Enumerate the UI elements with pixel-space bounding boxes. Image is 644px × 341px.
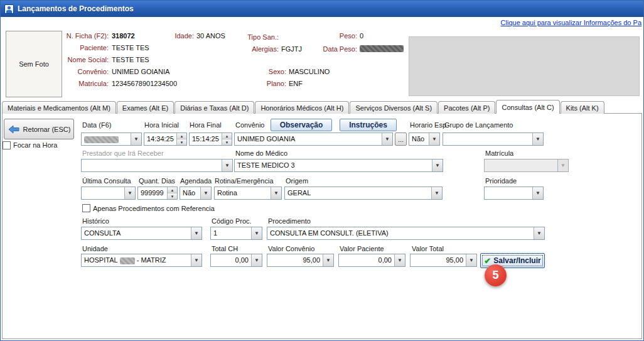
nome-social-value: TESTE TES (112, 56, 149, 63)
tab-servicos-diversos[interactable]: Serviços Diversos (Alt S) (350, 101, 437, 114)
spin-down-icon[interactable]: ▼ (222, 139, 232, 145)
chevron-down-icon: ▼ (557, 160, 568, 171)
observacao-button[interactable]: Observação (271, 119, 332, 131)
historico-value: CONSULTA (82, 227, 191, 239)
data-f6-combobox[interactable]: ▼ (81, 133, 142, 146)
plano-label: Plano: (244, 80, 286, 87)
chevron-down-icon[interactable]: ▼ (532, 133, 543, 145)
chevron-down-icon[interactable]: ▼ (432, 160, 443, 171)
chevron-down-icon[interactable]: ▼ (251, 227, 262, 239)
idade-label: Idade: (151, 32, 194, 40)
peso-label: Peso: (314, 32, 357, 40)
plano-value: ENF (289, 80, 303, 87)
convenio-field-label: Convênio (235, 121, 264, 129)
grupo-lancamento-value (443, 133, 532, 145)
chevron-down-icon[interactable]: ▼ (191, 227, 201, 239)
tab-exames[interactable]: Exames (Alt E) (117, 101, 174, 114)
chevron-down-icon[interactable]: ▼ (429, 133, 439, 145)
chevron-down-icon[interactable]: ▼ (222, 160, 232, 171)
unidade-value: HOSPITAL - MATRIZ (82, 254, 191, 266)
tab-materiais-medicamentos[interactable]: Materiais e Medicamentos (Alt M) (2, 101, 116, 114)
valor-convenio-value: 95,00 (267, 254, 323, 266)
chevron-down-icon[interactable]: ▼ (271, 187, 281, 199)
nome-medico-value: TESTE MEDICO 3 (235, 160, 432, 171)
spin-down-icon[interactable]: ▼ (177, 139, 186, 145)
hora-inicial-spinner[interactable]: 14:34:25 ▲▼ (144, 133, 187, 146)
chevron-down-icon[interactable]: ▼ (466, 254, 476, 266)
hora-inicial-value: 14:34:25 (144, 133, 176, 145)
valor-convenio-label: Valor Convênio (268, 245, 314, 252)
historico-combobox[interactable]: CONSULTA ▼ (81, 227, 202, 240)
tab-diarias-taxas[interactable]: Diárias e Taxas (Alt D) (174, 101, 254, 114)
tipo-san-label: Tipo San.: (236, 33, 279, 41)
ultima-consulta-value (82, 187, 124, 199)
tab-honorarios-medicos[interactable]: Honorários Médicos (Alt H) (255, 101, 349, 114)
patient-info-link[interactable]: Clique aqui para visualizar Informações … (501, 19, 641, 26)
idade-value: 30 ANOS (196, 32, 225, 40)
tab-kits[interactable]: Kits (Alt K) (561, 101, 604, 114)
sexo-value: MASCULINO (289, 68, 330, 75)
grupo-lancamento-combobox[interactable]: ▼ (443, 133, 544, 146)
origem-value: GERAL (285, 187, 431, 199)
consultas-tab-panel (2, 113, 642, 339)
chevron-down-icon[interactable]: ▼ (131, 133, 141, 145)
tab-consultas[interactable]: Consultas (Alt C) (496, 100, 559, 114)
focar-na-hora-checkbox[interactable] (3, 141, 11, 149)
chevron-down-icon[interactable]: ▼ (200, 187, 211, 199)
origem-combobox[interactable]: GERAL ▼ (284, 187, 443, 200)
convenio-label: Convênio: (38, 68, 109, 75)
matricula-combobox: ▼ (484, 159, 569, 172)
valor-paciente-combobox[interactable]: 0,00 ▼ (338, 254, 405, 267)
rotina-emergencia-combobox[interactable]: Rotina ▼ (214, 187, 282, 200)
chevron-down-icon[interactable]: ▼ (124, 187, 135, 199)
apenas-referencia-checkbox[interactable] (82, 204, 90, 212)
unidade-redacted-part (120, 257, 135, 264)
spin-down-icon[interactable]: ▼ (168, 193, 177, 199)
hora-final-spinner[interactable]: 15:14:25 ▲▼ (189, 133, 232, 146)
spin-up-icon[interactable]: ▲ (222, 133, 232, 139)
ficha-label: N. Ficha (F2): (38, 32, 109, 40)
chevron-down-icon[interactable]: ▼ (532, 187, 543, 199)
chevron-down-icon[interactable]: ▼ (534, 227, 544, 239)
ficha-value: 318072 (112, 32, 135, 40)
spin-up-icon[interactable]: ▲ (177, 133, 186, 139)
quant-dias-spinner[interactable]: 999999 ▲▼ (137, 187, 178, 200)
chevron-down-icon[interactable]: ▼ (191, 254, 201, 266)
origem-label: Origem (286, 177, 308, 185)
horario-esp-combobox[interactable]: Não ▼ (409, 133, 440, 146)
spin-up-icon[interactable]: ▲ (168, 187, 177, 193)
patient-extra-panel (409, 36, 640, 96)
grupo-lancamento-label: Grupo de Lançamento (444, 121, 513, 129)
instrucoes-button[interactable]: Instruções (340, 119, 397, 131)
ultima-consulta-combobox[interactable]: ▼ (81, 187, 136, 200)
prioridade-label: Prioridade (485, 177, 517, 185)
chevron-down-icon[interactable]: ▼ (431, 187, 442, 199)
chevron-down-icon[interactable]: ▼ (394, 254, 405, 266)
valor-convenio-combobox[interactable]: 95,00 ▼ (267, 254, 334, 267)
alergias-label: Alergias: (236, 45, 279, 53)
convenio-combobox[interactable]: UNIMED GOIANIA ▼ (234, 133, 393, 146)
prioridade-combobox[interactable]: ▼ (484, 187, 544, 200)
check-icon: ✔ (484, 257, 491, 265)
total-ch-combobox[interactable]: 0,00 ▼ (210, 254, 262, 267)
convenio-more-button[interactable]: ... (395, 133, 407, 146)
valor-total-value: 95,00 (411, 254, 466, 266)
nome-medico-combobox[interactable]: TESTE MEDICO 3 ▼ (234, 159, 443, 172)
prestador-combobox[interactable]: ▼ (81, 159, 233, 172)
tab-pacotes[interactable]: Pacotes (Alt P) (438, 101, 495, 114)
quant-dias-value: 999999 (138, 187, 167, 199)
chevron-down-icon[interactable]: ▼ (323, 254, 333, 266)
chevron-down-icon[interactable]: ▼ (382, 133, 392, 145)
valor-total-combobox[interactable]: 95,00 ▼ (410, 254, 477, 267)
codigo-proc-value: 1 (211, 227, 251, 239)
matricula-field-value (485, 160, 557, 171)
procedimento-combobox[interactable]: CONSULTA EM CONSULT. (ELETIVA) ▼ (267, 227, 545, 240)
convenio-value: UNIMED GOIANIA (112, 68, 169, 75)
ultima-consulta-label: Última Consulta (82, 177, 131, 185)
unidade-combobox[interactable]: HOSPITAL - MATRIZ ▼ (81, 254, 202, 267)
codigo-proc-combobox[interactable]: 1 ▼ (210, 227, 262, 240)
agendada-combobox[interactable]: Não ▼ (180, 187, 212, 200)
data-f6-redacted-value (84, 136, 119, 143)
retornar-button[interactable]: Retornar (ESC) (4, 119, 74, 139)
chevron-down-icon[interactable]: ▼ (251, 254, 262, 266)
